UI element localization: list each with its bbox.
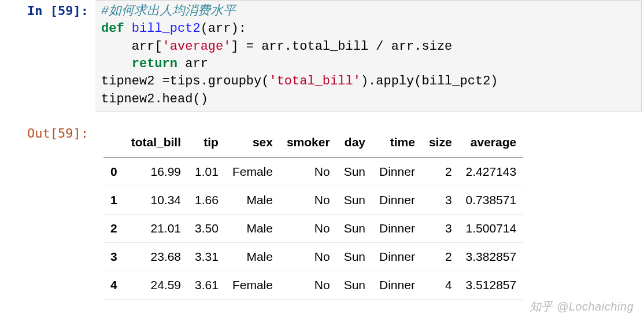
- cell: No: [280, 158, 337, 186]
- cell: Dinner: [372, 271, 422, 300]
- output-prompt: Out[59]:: [0, 123, 95, 141]
- cell: No: [280, 215, 337, 243]
- cell: 21.01: [124, 215, 188, 243]
- cell: 2: [422, 158, 459, 186]
- code-area[interactable]: #如何求出人均消费水平 def bill_pct2(arr): arr['ave…: [95, 0, 642, 112]
- cell: 3: [422, 186, 459, 215]
- table-row: 3 23.68 3.31 Male No Sun Dinner 2 3.3828…: [103, 243, 523, 271]
- input-prompt: In [59]:: [0, 0, 95, 18]
- input-cell: In [59]: #如何求出人均消费水平 def bill_pct2(arr):…: [0, 0, 644, 112]
- code-text: ] = arr.total_bill / arr.size: [231, 39, 452, 54]
- cell: Sun: [337, 243, 372, 271]
- col-header-total_bill: total_bill: [124, 130, 188, 158]
- row-index: 4: [103, 271, 124, 300]
- row-index: 0: [103, 158, 124, 186]
- dataframe-table: total_bill tip sex smoker day time size …: [103, 130, 523, 300]
- cell: No: [280, 243, 337, 271]
- cell: 1.500714: [459, 215, 524, 243]
- cell: 2: [422, 243, 459, 271]
- col-header-smoker: smoker: [280, 130, 337, 158]
- cell: Male: [225, 186, 280, 215]
- cell: 0.738571: [459, 186, 524, 215]
- code-string: 'average': [162, 39, 231, 54]
- table-row: 2 21.01 3.50 Male No Sun Dinner 3 1.5007…: [103, 215, 523, 243]
- cell: 3.50: [188, 215, 225, 243]
- col-header-average: average: [459, 130, 524, 158]
- kw-return: return: [132, 57, 177, 71]
- col-header-time: time: [372, 130, 422, 158]
- table-row: 1 10.34 1.66 Male No Sun Dinner 3 0.7385…: [103, 186, 523, 215]
- cell: 3.512857: [459, 271, 524, 300]
- cell: No: [280, 186, 337, 215]
- code-text: arr: [177, 57, 208, 71]
- output-area: total_bill tip sex smoker day time size …: [95, 123, 523, 300]
- cell: 1.66: [188, 186, 225, 215]
- cell: Sun: [337, 271, 372, 300]
- cell: Dinner: [372, 215, 422, 243]
- cell: Sun: [337, 215, 372, 243]
- code-text: tipnew2.head(): [101, 92, 208, 106]
- kw-def: def: [101, 21, 124, 36]
- cell: Female: [225, 271, 280, 300]
- cell: 3.61: [188, 271, 225, 300]
- cell: Sun: [337, 186, 372, 215]
- cell: 3: [422, 215, 459, 243]
- output-cell: Out[59]: total_bill tip sex smoker day t…: [0, 123, 644, 300]
- cell: 1.01: [188, 158, 225, 186]
- col-header-sex: sex: [225, 130, 280, 158]
- cell: Female: [225, 158, 280, 186]
- col-header-day: day: [337, 130, 372, 158]
- cell: Male: [225, 243, 280, 271]
- cell: 16.99: [124, 158, 188, 186]
- row-index: 2: [103, 215, 124, 243]
- code-comment: #如何求出人均消费水平: [101, 4, 236, 19]
- cell: 2.427143: [459, 158, 524, 186]
- func-name: bill_pct2: [132, 21, 201, 36]
- cell: 23.68: [124, 243, 188, 271]
- row-index: 1: [103, 186, 124, 215]
- cell: No: [280, 271, 337, 300]
- col-header-tip: tip: [188, 130, 225, 158]
- col-header-index: [103, 130, 124, 158]
- code-text: (arr):: [201, 21, 246, 36]
- cell: Dinner: [372, 158, 422, 186]
- table-row: 0 16.99 1.01 Female No Sun Dinner 2 2.42…: [103, 158, 523, 186]
- col-header-size: size: [422, 130, 459, 158]
- cell: Sun: [337, 158, 372, 186]
- code-text: tipnew2 =tips.groupby(: [101, 74, 269, 88]
- cell: Dinner: [372, 243, 422, 271]
- code-text: arr[: [101, 39, 162, 54]
- table-row: 4 24.59 3.61 Female No Sun Dinner 4 3.51…: [103, 271, 523, 300]
- cell: 3.31: [188, 243, 225, 271]
- code-string: 'total_bill': [269, 74, 360, 88]
- row-index: 3: [103, 243, 124, 271]
- cell: Male: [225, 215, 280, 243]
- code-text: ).apply(bill_pct2): [361, 74, 498, 88]
- watermark: 知乎 @Lochaiching: [530, 299, 634, 315]
- cell: 3.382857: [459, 243, 524, 271]
- cell: 24.59: [124, 271, 188, 300]
- cell: 10.34: [124, 186, 188, 215]
- cell: 4: [422, 271, 459, 300]
- cell: Dinner: [372, 186, 422, 215]
- table-header-row: total_bill tip sex smoker day time size …: [103, 130, 523, 158]
